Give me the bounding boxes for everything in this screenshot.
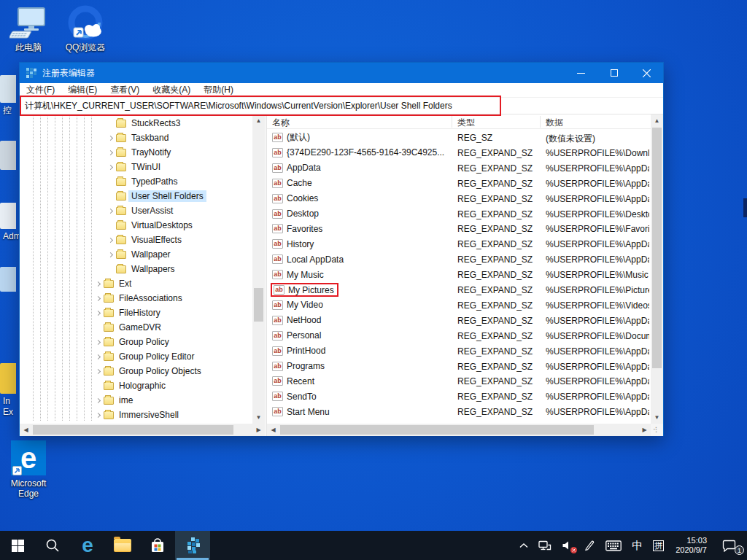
notification-center-button[interactable]: 1	[715, 531, 743, 560]
volume-muted-icon[interactable]	[558, 531, 577, 560]
expand-chevron-icon[interactable]	[104, 253, 116, 257]
tree-item-traynotify[interactable]: TrayNotify	[20, 145, 174, 160]
menu-item-view[interactable]: 查看(V)	[104, 84, 146, 96]
tree-item-user-shell-folders[interactable]: User Shell Folders	[20, 189, 206, 203]
value-row-nethood[interactable]: abNetHoodREG_EXPAND_SZ%USERPROFILE%\AppD…	[267, 313, 651, 328]
value-name-cell[interactable]: abNetHood	[271, 314, 324, 327]
taskbar-regedit-button[interactable]	[175, 531, 210, 560]
value-row-programs[interactable]: abProgramsREG_EXPAND_SZ%USERPROFILE%\App…	[267, 359, 651, 374]
tree-item-immersiveshell[interactable]: ImmersiveShell	[20, 408, 182, 422]
scroll-thumb[interactable]	[652, 128, 662, 368]
value-row-start-menu[interactable]: abStart MenuREG_EXPAND_SZ%USERPROFILE%\A…	[267, 404, 651, 419]
value-row-history[interactable]: abHistoryREG_EXPAND_SZ%USERPROFILE%\AppD…	[267, 236, 651, 252]
tree-hscrollbar[interactable]: ◀ ▶	[20, 424, 265, 436]
column-header-data[interactable]: 数据	[546, 117, 563, 129]
tree-item-taskband[interactable]: Taskband	[20, 131, 171, 145]
expand-chevron-icon[interactable]	[92, 311, 104, 315]
value-row-sendto[interactable]: abSendToREG_EXPAND_SZ%USERPROFILE%\AppDa	[267, 389, 651, 404]
tree-item-wallpapers[interactable]: Wallpapers	[20, 262, 178, 276]
value-name-cell[interactable]: abHistory	[271, 237, 317, 251]
expand-chevron-icon[interactable]	[92, 413, 104, 417]
column-header-type[interactable]: 类型	[457, 117, 475, 129]
scroll-thumb[interactable]	[280, 425, 594, 435]
value-name-cell[interactable]: abRecent	[271, 374, 317, 388]
taskbar-edge-button[interactable]: e	[70, 531, 105, 560]
desktop-icon-qq-browser[interactable]: QQ浏览器	[60, 6, 111, 52]
expand-chevron-icon[interactable]	[104, 166, 116, 169]
scroll-down-icon[interactable]: ▼	[252, 411, 265, 424]
value-row-374de290-123f-4565-9164-39c4925[interactable]: ab{374DE290-123F-4565-9164-39C4925...REG…	[267, 145, 651, 160]
tree-item-holographic[interactable]: Holographic	[20, 378, 169, 393]
value-row-personal[interactable]: abPersonalREG_EXPAND_SZ%USERPROFILE%\Doc…	[267, 328, 651, 343]
expand-chevron-icon[interactable]	[92, 297, 104, 300]
menu-item-file[interactable]: 文件(F)	[20, 84, 61, 96]
value-row-[interactable]: ab(默认)REG_SZ(数值未设置)	[267, 130, 651, 145]
value-name-cell[interactable]: abMy Video	[271, 298, 326, 312]
tree-item-group-policy-editor[interactable]: Group Policy Editor	[20, 349, 197, 364]
expand-chevron-icon[interactable]	[92, 370, 104, 373]
scroll-down-icon[interactable]: ▼	[651, 411, 663, 424]
partial-desktop-icon[interactable]	[0, 141, 18, 170]
close-button[interactable]	[630, 63, 663, 83]
value-name-cell[interactable]: abCookies	[271, 192, 321, 206]
value-row-desktop[interactable]: abDesktopREG_EXPAND_SZ%USERPROFILE%\Desk…	[267, 206, 651, 222]
value-name-cell[interactable]: abAppData	[271, 161, 324, 175]
tree-item-filehistory[interactable]: FileHistory	[20, 306, 163, 320]
tree-item-group-policy[interactable]: Group Policy	[20, 335, 172, 349]
expand-chevron-icon[interactable]	[104, 151, 116, 155]
expand-chevron-icon[interactable]	[104, 238, 116, 242]
tree-item-twinui[interactable]: TWinUI	[20, 160, 163, 174]
scroll-thumb[interactable]	[254, 288, 263, 322]
start-button[interactable]	[0, 531, 35, 560]
minimize-button[interactable]	[565, 63, 597, 83]
column-separator[interactable]	[452, 116, 452, 128]
pen-icon[interactable]	[580, 531, 599, 560]
tree-item-typedpaths[interactable]: TypedPaths	[20, 174, 180, 189]
value-row-printhood[interactable]: abPrintHoodREG_EXPAND_SZ%USERPROFILE%\Ap…	[267, 343, 651, 359]
value-name-cell[interactable]: abPersonal	[271, 329, 324, 343]
value-row-cookies[interactable]: abCookiesREG_EXPAND_SZ%USERPROFILE%\AppD…	[267, 191, 651, 206]
address-bar[interactable]: 计算机\HKEY_CURRENT_USER\SOFTWARE\Microsoft…	[20, 98, 663, 114]
maximize-button[interactable]	[597, 63, 630, 83]
tree-item-fileassociations[interactable]: FileAssociations	[20, 291, 185, 306]
taskbar-store-button[interactable]	[140, 531, 175, 560]
value-name-cell[interactable]: abPrograms	[271, 359, 328, 373]
clock[interactable]: 15:03 2020/9/7	[670, 531, 712, 560]
value-row-my-pictures[interactable]: abMy PicturesREG_EXPAND_SZ%USERPROFILE%\…	[267, 282, 651, 298]
tree-item-userassist[interactable]: UserAssist	[20, 203, 176, 218]
partial-desktop-icon[interactable]	[0, 267, 18, 292]
value-row-my-video[interactable]: abMy VideoREG_EXPAND_SZ%USERPROFILE%\Vid…	[267, 298, 651, 313]
desktop-icon-this-pc[interactable]: 此电脑	[3, 6, 54, 52]
scroll-up-icon[interactable]: ▲	[651, 114, 663, 127]
value-name-cell[interactable]: abFavorites	[271, 222, 325, 236]
expand-chevron-icon[interactable]	[104, 209, 116, 213]
value-name-cell[interactable]: ab{374DE290-123F-4565-9164-39C4925...	[271, 146, 447, 160]
scroll-left-icon[interactable]: ◀	[267, 424, 279, 436]
tree-item-wallpaper[interactable]: Wallpaper	[20, 247, 174, 262]
tree-item-stuckrects3[interactable]: StuckRects3	[20, 116, 183, 131]
value-name-cell[interactable]: abMy Music	[271, 268, 327, 281]
column-separator[interactable]	[540, 116, 541, 128]
titlebar[interactable]: 注册表编辑器	[20, 63, 663, 83]
scroll-right-icon[interactable]: ▶	[638, 424, 651, 436]
expand-chevron-icon[interactable]	[92, 399, 104, 402]
scroll-left-icon[interactable]: ◀	[20, 424, 32, 436]
tray-chevron-up-icon[interactable]	[516, 531, 532, 560]
network-icon[interactable]	[535, 531, 555, 560]
value-row-recent[interactable]: abRecentREG_EXPAND_SZ%USERPROFILE%\AppDa	[267, 373, 651, 389]
value-name-cell[interactable]: abSendTo	[271, 389, 320, 403]
touch-keyboard-icon[interactable]	[602, 531, 625, 560]
menu-item-edit[interactable]: 编辑(E)	[61, 84, 104, 96]
ime-mode-indicator[interactable]: 拼	[649, 531, 667, 560]
resize-grip[interactable]: ⠴⠐	[653, 426, 662, 435]
search-button[interactable]	[35, 531, 70, 560]
value-name-cell[interactable]: ab(默认)	[271, 131, 313, 144]
tree-item-ext[interactable]: Ext	[20, 276, 134, 291]
column-header-name[interactable]: 名称	[272, 117, 290, 129]
value-name-cell[interactable]: abCache	[271, 176, 315, 190]
expand-chevron-icon[interactable]	[92, 282, 104, 286]
tree-vscrollbar[interactable]: ▲ ▼	[252, 114, 265, 424]
scroll-right-icon[interactable]: ▶	[252, 424, 265, 436]
list-hscrollbar[interactable]: ◀ ▶	[267, 424, 651, 436]
partial-desktop-icon[interactable]: In Ex	[0, 363, 18, 418]
